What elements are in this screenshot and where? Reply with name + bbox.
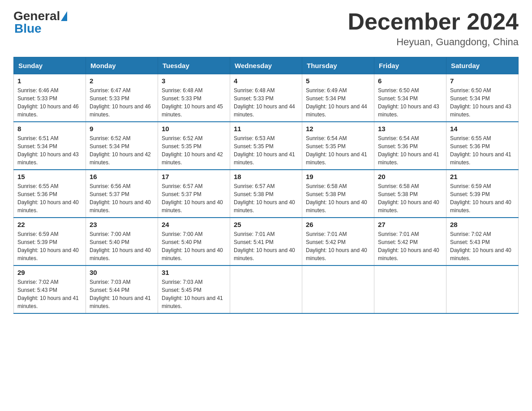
calendar-cell: 9Sunrise: 6:52 AMSunset: 5:34 PMDaylight…: [86, 122, 158, 170]
day-number: 24: [162, 221, 226, 228]
calendar-subtitle: Heyuan, Guangdong, China: [348, 36, 519, 48]
day-number: 2: [90, 77, 154, 85]
calendar-cell: 20Sunrise: 6:58 AMSunset: 5:38 PMDayligh…: [374, 170, 446, 218]
day-number: 21: [450, 173, 515, 180]
day-number: 9: [90, 125, 154, 133]
column-header-friday: Friday: [374, 57, 446, 74]
day-info: Sunrise: 7:01 AMSunset: 5:42 PMDaylight:…: [378, 230, 442, 262]
calendar-cell: 11Sunrise: 6:53 AMSunset: 5:35 PMDayligh…: [230, 122, 302, 170]
calendar-cell: 22Sunrise: 6:59 AMSunset: 5:39 PMDayligh…: [14, 218, 86, 265]
calendar-cell: 17Sunrise: 6:57 AMSunset: 5:37 PMDayligh…: [158, 170, 230, 218]
calendar-header-row: SundayMondayTuesdayWednesdayThursdayFrid…: [14, 57, 519, 74]
day-number: 25: [234, 221, 298, 228]
calendar-cell: 31Sunrise: 7:03 AMSunset: 5:45 PMDayligh…: [158, 265, 230, 313]
calendar-cell: [302, 265, 374, 313]
calendar-cell: 27Sunrise: 7:01 AMSunset: 5:42 PMDayligh…: [374, 218, 446, 265]
day-number: 12: [306, 125, 370, 133]
calendar-cell: 7Sunrise: 6:50 AMSunset: 5:34 PMDaylight…: [446, 74, 519, 122]
day-info: Sunrise: 6:57 AMSunset: 5:38 PMDaylight:…: [234, 182, 298, 214]
calendar-cell: 1Sunrise: 6:46 AMSunset: 5:33 PMDaylight…: [14, 74, 86, 122]
calendar-cell: 12Sunrise: 6:54 AMSunset: 5:35 PMDayligh…: [302, 122, 374, 170]
day-number: 31: [162, 269, 226, 276]
day-info: Sunrise: 6:52 AMSunset: 5:35 PMDaylight:…: [162, 134, 226, 167]
calendar-table: SundayMondayTuesdayWednesdayThursdayFrid…: [13, 57, 519, 314]
day-info: Sunrise: 6:48 AMSunset: 5:33 PMDaylight:…: [234, 86, 298, 119]
day-info: Sunrise: 6:51 AMSunset: 5:34 PMDaylight:…: [17, 134, 82, 167]
column-header-wednesday: Wednesday: [230, 57, 302, 74]
calendar-week-row: 22Sunrise: 6:59 AMSunset: 5:39 PMDayligh…: [14, 218, 519, 265]
day-info: Sunrise: 7:03 AMSunset: 5:44 PMDaylight:…: [90, 278, 154, 310]
day-number: 4: [234, 77, 298, 85]
logo: General Blue: [13, 9, 67, 36]
logo-general-text: General: [13, 9, 60, 23]
page-header: General Blue December 2024 Heyuan, Guang…: [13, 9, 519, 48]
calendar-cell: 28Sunrise: 7:02 AMSunset: 5:43 PMDayligh…: [446, 218, 519, 265]
day-number: 5: [306, 77, 370, 85]
day-number: 10: [162, 125, 226, 133]
day-number: 18: [234, 173, 298, 180]
calendar-week-row: 1Sunrise: 6:46 AMSunset: 5:33 PMDaylight…: [14, 74, 519, 122]
day-number: 22: [17, 221, 82, 228]
logo-triangle-icon: [61, 11, 67, 21]
column-header-thursday: Thursday: [302, 57, 374, 74]
calendar-cell: 21Sunrise: 6:59 AMSunset: 5:39 PMDayligh…: [446, 170, 519, 218]
day-number: 30: [90, 269, 154, 276]
day-info: Sunrise: 7:00 AMSunset: 5:40 PMDaylight:…: [162, 230, 226, 262]
day-number: 16: [90, 173, 154, 180]
calendar-cell: 29Sunrise: 7:02 AMSunset: 5:43 PMDayligh…: [14, 265, 86, 313]
calendar-cell: 18Sunrise: 6:57 AMSunset: 5:38 PMDayligh…: [230, 170, 302, 218]
day-info: Sunrise: 6:48 AMSunset: 5:33 PMDaylight:…: [162, 86, 226, 119]
day-info: Sunrise: 6:55 AMSunset: 5:36 PMDaylight:…: [450, 134, 515, 167]
day-info: Sunrise: 7:03 AMSunset: 5:45 PMDaylight:…: [162, 278, 226, 310]
day-info: Sunrise: 6:59 AMSunset: 5:39 PMDaylight:…: [450, 182, 515, 214]
calendar-cell: 4Sunrise: 6:48 AMSunset: 5:33 PMDaylight…: [230, 74, 302, 122]
calendar-cell: 26Sunrise: 7:01 AMSunset: 5:42 PMDayligh…: [302, 218, 374, 265]
day-number: 14: [450, 125, 515, 133]
day-number: 17: [162, 173, 226, 180]
day-info: Sunrise: 6:56 AMSunset: 5:37 PMDaylight:…: [90, 182, 154, 214]
calendar-cell: [446, 265, 519, 313]
column-header-tuesday: Tuesday: [158, 57, 230, 74]
column-header-sunday: Sunday: [14, 57, 86, 74]
calendar-cell: 8Sunrise: 6:51 AMSunset: 5:34 PMDaylight…: [14, 122, 86, 170]
day-info: Sunrise: 6:54 AMSunset: 5:35 PMDaylight:…: [306, 134, 370, 167]
day-info: Sunrise: 6:54 AMSunset: 5:36 PMDaylight:…: [378, 134, 442, 167]
day-number: 11: [234, 125, 298, 133]
day-number: 27: [378, 221, 442, 228]
day-info: Sunrise: 6:59 AMSunset: 5:39 PMDaylight:…: [17, 230, 82, 262]
day-number: 6: [378, 77, 442, 85]
day-number: 15: [17, 173, 82, 180]
day-info: Sunrise: 7:02 AMSunset: 5:43 PMDaylight:…: [450, 230, 515, 262]
logo-blue-text: Blue: [14, 21, 67, 36]
calendar-cell: 23Sunrise: 7:00 AMSunset: 5:40 PMDayligh…: [86, 218, 158, 265]
day-number: 23: [90, 221, 154, 228]
calendar-cell: 13Sunrise: 6:54 AMSunset: 5:36 PMDayligh…: [374, 122, 446, 170]
day-info: Sunrise: 6:50 AMSunset: 5:34 PMDaylight:…: [378, 86, 442, 119]
day-info: Sunrise: 6:53 AMSunset: 5:35 PMDaylight:…: [234, 134, 298, 167]
calendar-cell: 5Sunrise: 6:49 AMSunset: 5:34 PMDaylight…: [302, 74, 374, 122]
calendar-cell: 3Sunrise: 6:48 AMSunset: 5:33 PMDaylight…: [158, 74, 230, 122]
calendar-cell: [230, 265, 302, 313]
day-number: 7: [450, 77, 515, 85]
day-info: Sunrise: 7:01 AMSunset: 5:41 PMDaylight:…: [234, 230, 298, 262]
column-header-monday: Monday: [86, 57, 158, 74]
day-info: Sunrise: 7:00 AMSunset: 5:40 PMDaylight:…: [90, 230, 154, 262]
day-number: 1: [17, 77, 82, 85]
day-info: Sunrise: 6:58 AMSunset: 5:38 PMDaylight:…: [306, 182, 370, 214]
calendar-cell: 6Sunrise: 6:50 AMSunset: 5:34 PMDaylight…: [374, 74, 446, 122]
calendar-cell: 25Sunrise: 7:01 AMSunset: 5:41 PMDayligh…: [230, 218, 302, 265]
day-info: Sunrise: 7:02 AMSunset: 5:43 PMDaylight:…: [17, 278, 82, 310]
day-number: 29: [17, 269, 82, 276]
calendar-title-area: December 2024 Heyuan, Guangdong, China: [348, 9, 519, 48]
day-number: 8: [17, 125, 82, 133]
calendar-cell: 2Sunrise: 6:47 AMSunset: 5:33 PMDaylight…: [86, 74, 158, 122]
day-number: 19: [306, 173, 370, 180]
day-number: 13: [378, 125, 442, 133]
calendar-week-row: 29Sunrise: 7:02 AMSunset: 5:43 PMDayligh…: [14, 265, 519, 313]
day-info: Sunrise: 6:52 AMSunset: 5:34 PMDaylight:…: [90, 134, 154, 167]
calendar-cell: [374, 265, 446, 313]
calendar-cell: 14Sunrise: 6:55 AMSunset: 5:36 PMDayligh…: [446, 122, 519, 170]
day-number: 28: [450, 221, 515, 228]
calendar-week-row: 15Sunrise: 6:55 AMSunset: 5:36 PMDayligh…: [14, 170, 519, 218]
day-info: Sunrise: 6:57 AMSunset: 5:37 PMDaylight:…: [162, 182, 226, 214]
